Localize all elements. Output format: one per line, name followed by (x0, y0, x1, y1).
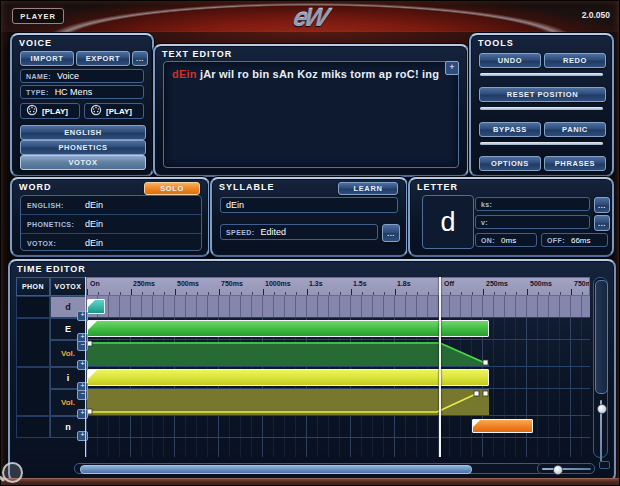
timeline-row-vol-1 (86, 340, 590, 367)
ruler-label: 1.8s (397, 280, 411, 287)
timeline-row-empty (86, 438, 590, 457)
voice-more-button[interactable]: ... (132, 51, 148, 66)
english-mode-button[interactable]: ENGLISH (20, 125, 146, 140)
timeline-row-E (86, 318, 590, 340)
off-time-field[interactable]: OFF: 66ms (541, 233, 608, 247)
title-bar: PLAYER eW 2.0.050 (0, 0, 620, 32)
name-field-value: Voice (57, 71, 79, 81)
ks-more-button[interactable]: ... (594, 197, 610, 213)
ruler-label: 500ms (530, 280, 552, 287)
current-letter: d (422, 195, 474, 249)
ks-field[interactable]: ks: (475, 197, 590, 211)
expand-d-button[interactable]: + (77, 311, 88, 321)
phon-cell (16, 416, 50, 438)
play-button-1[interactable]: [PLAY] (20, 103, 80, 119)
vertical-scrollbar-thumb[interactable] (595, 280, 608, 394)
midi-din-icon (26, 102, 38, 120)
undo-button[interactable]: UNDO (479, 53, 541, 68)
english-value: dEin (85, 200, 103, 210)
vol-label: Vol. (61, 349, 75, 358)
divider (480, 73, 603, 76)
type-field[interactable]: TYPE: HC Mens (20, 85, 144, 99)
name-field[interactable]: NAME: Voice (20, 69, 144, 83)
options-button[interactable]: OPTIONS (479, 156, 541, 171)
phon-cell (16, 318, 50, 367)
syllable-field[interactable]: dEin (220, 197, 398, 213)
on-time-field[interactable]: ON: 0ms (475, 233, 537, 247)
timeline-row-n (86, 416, 590, 438)
votox-value: dEin (85, 238, 103, 248)
envelope-handle[interactable] (474, 391, 479, 396)
timeline-row-i (86, 367, 590, 389)
horizontal-zoom-slider[interactable] (537, 463, 595, 474)
ruler-label: 1.3s (309, 280, 323, 287)
scrollbar-corner-button[interactable] (599, 461, 610, 469)
vertical-scrollbar[interactable] (593, 277, 608, 458)
time-ruler[interactable]: On 250ms 500ms 750ms 1000ms 1.3s 1.5s 1.… (86, 277, 590, 296)
speed-value: Edited (260, 227, 286, 237)
votox-mode-button[interactable]: VOTOX (20, 155, 146, 170)
player-button[interactable]: PLAYER (12, 8, 64, 24)
syllable-value: dEin (226, 200, 244, 210)
volume-envelope-i[interactable] (87, 389, 490, 415)
envelope-handle[interactable] (483, 391, 488, 396)
horizontal-scrollbar-thumb[interactable] (80, 465, 472, 474)
lyric-text-rest: jAr wil ro bin sAn Koz miks torm ap roC!… (197, 68, 439, 80)
add-text-button[interactable]: + (445, 61, 459, 75)
on-value: 0ms (501, 236, 516, 245)
horizontal-zoom-knob[interactable] (553, 465, 563, 475)
ew-logo: eW (250, 2, 370, 32)
v-more-button[interactable]: ... (594, 215, 610, 231)
panic-button[interactable]: PANIC (544, 122, 606, 137)
play-button-2[interactable]: [PLAY] (84, 103, 144, 119)
reset-position-button[interactable]: RESET POSITION (479, 87, 606, 102)
solo-button[interactable]: SOLO (144, 182, 200, 195)
expand-vol1-button[interactable]: + (77, 360, 88, 370)
ruler-label: 750ms (574, 280, 590, 287)
timeline-row-vol-2 (86, 389, 590, 416)
window-bottom-edge (0, 478, 620, 486)
v-label: v: (481, 219, 488, 226)
phrases-button[interactable]: PHRASES (544, 156, 606, 171)
phoneme-block-d[interactable] (87, 299, 105, 314)
syllable-panel-title: SYLLABLE (219, 182, 275, 192)
off-playhead-line[interactable] (439, 277, 441, 457)
phoneme-block-E[interactable] (87, 320, 489, 337)
horizontal-scrollbar[interactable] (74, 463, 543, 474)
v-field[interactable]: v: (475, 215, 590, 229)
ks-label: ks: (481, 201, 492, 208)
volume-envelope-E[interactable] (87, 340, 490, 366)
phonetics-mode-button[interactable]: PHONETICS (20, 140, 146, 155)
divider (480, 107, 603, 110)
collapse-vol2-button[interactable]: − (77, 390, 88, 400)
english-label: ENGLISH: (27, 202, 79, 209)
name-field-label: NAME: (26, 73, 51, 80)
collapse-vol1-button[interactable]: − (77, 341, 88, 351)
learn-button[interactable]: LEARN (338, 182, 398, 195)
syllable-panel: SYLLABLE LEARN dEin SPEED: Edited ... (210, 177, 408, 257)
highlighted-word: dEin (172, 68, 197, 80)
vertical-zoom-knob[interactable] (597, 404, 607, 414)
import-button[interactable]: IMPORT (20, 51, 74, 66)
off-label: OFF: (547, 237, 565, 244)
redo-button[interactable]: REDO (544, 53, 606, 68)
phoneme-block-n[interactable] (472, 419, 533, 433)
ruler-label: 250ms (486, 280, 508, 287)
phoneme-block-i[interactable] (87, 369, 489, 386)
phonetics-label: PHONETICS: (27, 221, 79, 228)
expand-n-button[interactable]: + (77, 431, 88, 441)
word-row-phonetics: PHONETICS: dEin (21, 215, 201, 234)
phon-cell (16, 367, 50, 416)
text-editor-area[interactable]: dEin jAr wil ro bin sAn Koz miks torm ap… (163, 61, 459, 168)
export-button[interactable]: EXPORT (76, 51, 130, 66)
speed-field[interactable]: SPEED: Edited (220, 224, 378, 240)
bypass-button[interactable]: BYPASS (479, 122, 541, 137)
speed-more-button[interactable]: ... (382, 224, 400, 242)
envelope-handle[interactable] (483, 360, 488, 365)
expand-vol2-button[interactable]: + (77, 409, 88, 419)
letter-panel-title: LETTER (417, 182, 458, 192)
speed-label: SPEED: (226, 229, 254, 236)
type-field-value: HC Mens (55, 87, 93, 97)
word-panel-title: WORD (19, 182, 52, 192)
play-button-1-label: [PLAY] (42, 107, 68, 116)
